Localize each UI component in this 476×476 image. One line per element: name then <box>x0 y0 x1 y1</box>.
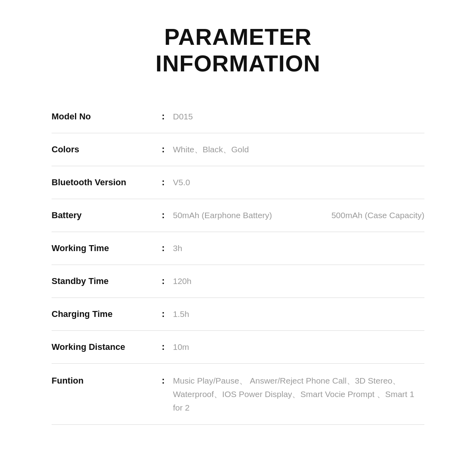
param-row-funtion: Funtion：Music Play/Pause、 Answer/Reject … <box>52 364 424 425</box>
param-value-standby-time: 120h <box>173 276 424 286</box>
param-colon-bluetooth-version: ： <box>159 177 167 188</box>
param-value-model-no: D015 <box>173 112 424 121</box>
param-label-working-distance: Working Distance <box>52 342 159 352</box>
page-title: PARAMETER INFORMATION <box>52 24 424 77</box>
param-row-battery: Battery：50mAh (Earphone Battery)500mAh (… <box>52 199 424 232</box>
param-label-charging-time: Charging Time <box>52 309 159 319</box>
param-row-working-distance: Working Distance：10m <box>52 331 424 364</box>
param-value-bluetooth-version: V5.0 <box>173 178 424 187</box>
param-value-funtion: Music Play/Pause、 Answer/Reject Phone Ca… <box>173 374 424 414</box>
param-colon-funtion: ： <box>159 375 167 387</box>
param-colon-standby-time: ： <box>159 275 167 287</box>
param-label-bluetooth-version: Bluetooth Version <box>52 177 159 188</box>
param-row-colors: Colors：White、Black、Gold <box>52 133 424 166</box>
param-label-funtion: Funtion <box>52 376 159 386</box>
param-value-charging-time: 1.5h <box>173 309 424 319</box>
param-value-container-battery: 50mAh (Earphone Battery)500mAh (Case Cap… <box>173 211 424 220</box>
param-row-bluetooth-version: Bluetooth Version：V5.0 <box>52 166 424 199</box>
param-label-battery: Battery <box>52 210 159 221</box>
param-row-standby-time: Standby Time：120h <box>52 265 424 298</box>
param-row-working-time: Working Time：3h <box>52 232 424 265</box>
param-label-colors: Colors <box>52 144 159 155</box>
param-value-battery: 50mAh (Earphone Battery) <box>173 211 315 220</box>
param-value-colors: White、Black、Gold <box>173 144 424 155</box>
param-value-working-distance: 10m <box>173 342 424 352</box>
param-colon-model-no: ： <box>159 111 167 123</box>
params-list: Model No：D015Colors：White、Black、GoldBlue… <box>52 100 424 425</box>
param-row-model-no: Model No：D015 <box>52 100 424 133</box>
param-label-standby-time: Standby Time <box>52 276 159 286</box>
param-value-working-time: 3h <box>173 244 424 253</box>
param-row-charging-time: Charging Time：1.5h <box>52 298 424 331</box>
param-colon-charging-time: ： <box>159 308 167 320</box>
param-colon-battery: ： <box>159 209 167 221</box>
page-wrapper: PARAMETER INFORMATION Model No：D015Color… <box>20 0 456 449</box>
param-label-model-no: Model No <box>52 111 159 122</box>
param-extra-battery: 500mAh (Case Capacity) <box>315 211 424 220</box>
param-colon-working-distance: ： <box>159 341 167 353</box>
param-colon-colors: ： <box>159 144 167 155</box>
param-label-working-time: Working Time <box>52 243 159 253</box>
param-colon-working-time: ： <box>159 242 167 254</box>
